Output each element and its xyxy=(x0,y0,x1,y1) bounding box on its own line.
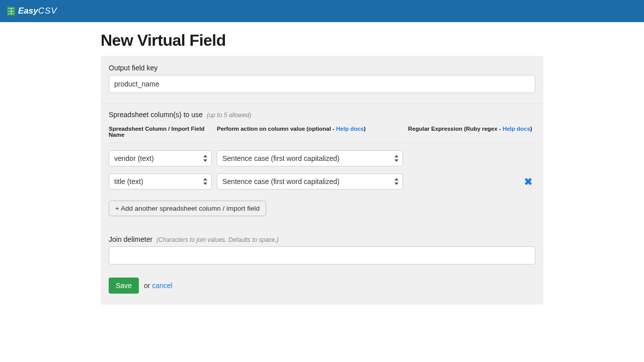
action-select[interactable]: Sentence case (first word capitalized) xyxy=(217,173,403,190)
output-field-label: Output field key xyxy=(109,64,535,72)
join-delimiter-hint: (Characters to join values. Defaults to … xyxy=(156,236,279,243)
header-regex: Regular Expression (Ruby regex - Help do… xyxy=(408,126,535,138)
spreadsheet-icon xyxy=(7,7,15,16)
or-cancel-text: or cancel xyxy=(144,282,173,290)
add-column-button[interactable]: + Add another spreadsheet column / impor… xyxy=(109,201,266,216)
column-row: title (text) Sentence case (first word c… xyxy=(109,173,535,190)
chevron-updown-icon xyxy=(203,178,207,185)
page-title: New Virtual Field xyxy=(101,31,543,50)
columns-hint: (up to 5 allowed) xyxy=(207,112,252,119)
cancel-link[interactable]: cancel xyxy=(152,282,172,290)
header-column-name: Spreadsheet Column / Import Field Name xyxy=(109,126,212,138)
chevron-updown-icon xyxy=(203,155,207,162)
output-field-input[interactable] xyxy=(109,75,535,93)
header-action: Perform action on column value (optional… xyxy=(217,126,403,138)
column-row: vendor (text) Sentence case (first word … xyxy=(109,150,535,166)
help-docs-link-action[interactable]: Help docs xyxy=(336,126,364,132)
save-button[interactable]: Save xyxy=(109,278,139,294)
form-panel: Output field key Spreadsheet column(s) t… xyxy=(101,56,543,305)
spreadsheet-column-select[interactable]: vendor (text) xyxy=(109,150,212,166)
remove-row-icon[interactable] xyxy=(524,177,532,186)
brand-logo[interactable]: EasyCSV xyxy=(7,6,57,16)
help-docs-link-regex[interactable]: Help docs xyxy=(503,126,530,132)
top-navbar: EasyCSV xyxy=(0,0,644,22)
spreadsheet-column-select[interactable]: title (text) xyxy=(109,173,212,190)
columns-heading: Spreadsheet column(s) to use xyxy=(109,111,203,119)
column-headers: Spreadsheet Column / Import Field Name P… xyxy=(109,126,535,143)
action-select[interactable]: Sentence case (first word capitalized) xyxy=(217,150,403,166)
chevron-updown-icon xyxy=(394,178,398,185)
join-delimiter-label: Join delimeter xyxy=(109,235,152,243)
join-delimiter-input[interactable] xyxy=(109,246,535,264)
chevron-updown-icon xyxy=(394,155,398,162)
brand-text: EasyCSV xyxy=(18,6,57,16)
